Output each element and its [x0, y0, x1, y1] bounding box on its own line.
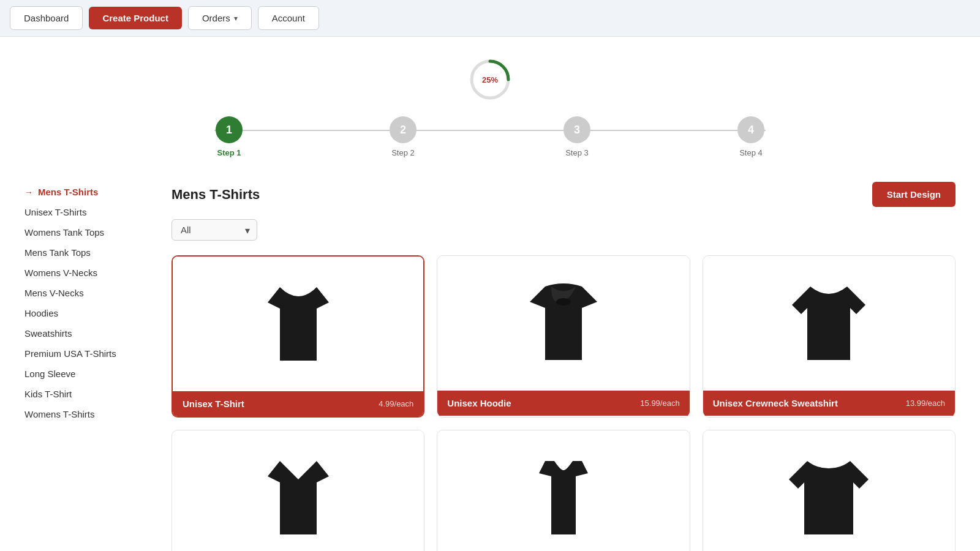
account-button[interactable]: Account [258, 6, 319, 30]
step-label-4: Step 4 [739, 148, 763, 157]
product-title: Mens T-Shirts [172, 187, 260, 203]
sidebar-item-label-7: Sweatshirts [24, 328, 72, 339]
sidebar-item-label-9: Long Sleeve [24, 369, 75, 379]
product-footer-0: Unisex T-Shirt4.99/each [173, 391, 423, 416]
progress-ring-container: 25% [24, 55, 956, 104]
product-price-0: 4.99/each [379, 399, 413, 408]
product-image-0 [173, 257, 423, 391]
filter-select[interactable]: AllBlackWhiteGrayNavy [172, 219, 257, 241]
body-layout: →Mens T-ShirtsUnisex T-ShirtsWomens Tank… [24, 182, 956, 551]
step-label-2: Step 2 [391, 148, 415, 157]
create-product-button[interactable]: Create Product [89, 7, 182, 29]
product-name-0: Unisex T-Shirt [183, 399, 244, 409]
dashboard-button[interactable]: Dashboard [10, 6, 83, 30]
step-item-1: 1 Step 1 [216, 116, 243, 157]
sidebar-item-label-5: Mens V-Necks [24, 288, 84, 298]
product-name-2: Unisex Crewneck Sweatshirt [713, 398, 838, 408]
product-image-2 [703, 256, 955, 391]
sidebar-item-0[interactable]: →Mens T-Shirts [24, 182, 147, 202]
product-card-1[interactable]: Unisex Hoodie15.99/each [437, 255, 690, 418]
ring-wrapper: 25% [466, 55, 514, 104]
sidebar-item-label-1: Unisex T-Shirts [24, 207, 86, 217]
product-card-5[interactable]: Unisex Long Sleeve8.99/each [703, 430, 956, 551]
product-card-4[interactable]: Unisex Tank Top4.99/each [437, 430, 690, 551]
product-image-5 [703, 430, 955, 551]
product-card-0[interactable]: Unisex T-Shirt4.99/each [172, 255, 424, 418]
product-card-3[interactable]: Unisex V-Neck5.99/each [172, 430, 424, 551]
navbar: Dashboard Create Product Orders ▾ Accoun… [0, 0, 980, 37]
sidebar-item-label-3: Mens Tank Tops [24, 247, 91, 258]
product-area: Mens T-Shirts Start Design AllBlackWhite… [172, 182, 956, 551]
main-content: 25% 1 Step 1 2 Step 2 3 Step 3 4 Step 4 [0, 37, 980, 551]
product-price-2: 13.99/each [906, 399, 945, 408]
product-footer-2: Unisex Crewneck Sweatshirt13.99/each [703, 391, 955, 416]
orders-button[interactable]: Orders ▾ [188, 6, 252, 30]
sidebar-item-9[interactable]: Long Sleeve [24, 364, 147, 384]
step-item-4: 4 Step 4 [737, 116, 764, 157]
product-name-1: Unisex Hoodie [447, 398, 511, 408]
sidebar-item-1[interactable]: Unisex T-Shirts [24, 202, 147, 222]
step-item-2: 2 Step 2 [390, 116, 417, 157]
chevron-down-icon: ▾ [234, 14, 238, 23]
step-circle-4: 4 [737, 116, 764, 143]
svg-point-2 [556, 298, 571, 305]
sidebar-item-3[interactable]: Mens Tank Tops [24, 242, 147, 263]
sidebar-item-4[interactable]: Womens V-Necks [24, 263, 147, 283]
sidebar-item-2[interactable]: Womens Tank Tops [24, 222, 147, 242]
steps-inner: 1 Step 1 2 Step 2 3 Step 3 4 Step 4 [216, 116, 764, 157]
sidebar-item-label-10: Kids T-Shirt [24, 389, 72, 399]
step-item-3: 3 Step 3 [564, 116, 590, 157]
product-image-4 [437, 430, 689, 551]
sidebar: →Mens T-ShirtsUnisex T-ShirtsWomens Tank… [24, 182, 147, 424]
sidebar-item-5[interactable]: Mens V-Necks [24, 283, 147, 303]
orders-label: Orders [202, 13, 230, 23]
sidebar-item-label-2: Womens Tank Tops [24, 227, 104, 238]
product-price-1: 15.99/each [640, 399, 679, 408]
sidebar-item-8[interactable]: Premium USA T-Shirts [24, 343, 147, 364]
sidebar-item-11[interactable]: Womens T-Shirts [24, 404, 147, 424]
product-grid: Unisex T-Shirt4.99/each Unisex Hoodie15.… [172, 255, 956, 551]
steps-container: 1 Step 1 2 Step 2 3 Step 3 4 Step 4 [24, 116, 956, 157]
sidebar-item-label-6: Hoodies [24, 308, 58, 318]
sidebar-item-label-11: Womens T-Shirts [24, 409, 94, 419]
sidebar-item-10[interactable]: Kids T-Shirt [24, 384, 147, 404]
step-circle-2: 2 [390, 116, 417, 143]
step-label-3: Step 3 [565, 148, 589, 157]
filter-row: AllBlackWhiteGrayNavy [172, 219, 956, 241]
start-design-button[interactable]: Start Design [872, 182, 956, 207]
step-circle-1: 1 [216, 116, 243, 143]
sidebar-arrow-icon: → [24, 187, 33, 197]
product-image-3 [172, 430, 424, 551]
sidebar-item-label-8: Premium USA T-Shirts [24, 348, 116, 359]
progress-percentage: 25% [482, 75, 498, 84]
product-header: Mens T-Shirts Start Design [172, 182, 956, 207]
filter-wrapper: AllBlackWhiteGrayNavy [172, 219, 257, 241]
step-circle-3: 3 [564, 116, 590, 143]
sidebar-item-label-4: Womens V-Necks [24, 268, 97, 278]
product-card-2[interactable]: Unisex Crewneck Sweatshirt13.99/each [703, 255, 956, 418]
sidebar-item-7[interactable]: Sweatshirts [24, 323, 147, 343]
sidebar-item-label-0: Mens T-Shirts [38, 187, 98, 197]
product-footer-1: Unisex Hoodie15.99/each [437, 391, 689, 416]
step-label-1: Step 1 [217, 148, 241, 157]
sidebar-item-6[interactable]: Hoodies [24, 303, 147, 323]
product-image-1 [437, 256, 689, 391]
